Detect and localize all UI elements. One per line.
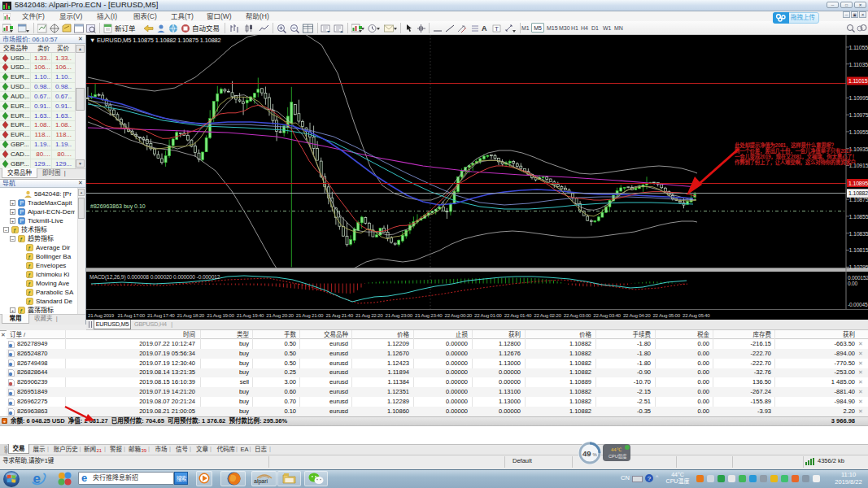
svg-text:21 Aug 23:40: 21 Aug 23:40 [415,312,443,318]
svg-text:1.10875: 1.10875 [849,197,868,203]
svg-text:21 Aug 22:20: 21 Aug 22:20 [355,312,383,318]
svg-text:22 Aug 00:20: 22 Aug 00:20 [445,312,473,318]
svg-text:1.11035: 1.11035 [849,62,868,68]
svg-text:21 Aug 17:00: 21 Aug 17:00 [118,312,146,318]
svg-text:P: P [20,209,24,215]
svg-text:1.10882: 1.10882 [848,190,868,196]
svg-text:P: P [20,218,24,224]
svg-text:21 Aug 19:00: 21 Aug 19:00 [207,312,234,318]
svg-text:21 Aug 19:40: 21 Aug 19:40 [237,312,264,318]
svg-text:1.10815: 1.10815 [849,247,868,253]
svg-text:1.10895: 1.10895 [848,181,868,186]
svg-text:0.000152: 0.000152 [848,275,868,281]
svg-text:-0.000451: -0.000451 [848,302,868,307]
svg-text:22 Aug 03:40: 22 Aug 03:40 [593,312,621,318]
svg-text:22 Aug 05:00: 22 Aug 05:00 [652,312,680,318]
svg-text:1.10975: 1.10975 [849,112,868,118]
svg-text:21 Aug 20:20: 21 Aug 20:20 [266,312,294,318]
svg-text:0.00: 0.00 [848,281,858,286]
svg-text:1.10935: 1.10935 [849,146,868,152]
svg-text:1.11015: 1.11015 [848,78,868,84]
svg-text:21 Aug 18:20: 21 Aug 18:20 [177,312,205,318]
svg-text:21 Aug 23:00: 21 Aug 23:00 [386,312,413,318]
svg-text:21 Aug 17:40: 21 Aug 17:40 [147,312,175,318]
svg-text:CPU温度: CPU温度 [608,453,627,460]
svg-text:1.10795: 1.10795 [849,264,868,270]
svg-text:T: T [495,25,499,33]
svg-text:21 Aug 21:00: 21 Aug 21:00 [296,312,324,318]
svg-text:22 Aug 01:40: 22 Aug 01:40 [504,312,532,318]
svg-text:#826963863 buy 0.10: #826963863 buy 0.10 [90,203,146,210]
svg-text:1.11055: 1.11055 [849,45,868,50]
svg-text:1.10855: 1.10855 [849,214,868,220]
svg-text:1.10995: 1.10995 [849,95,868,101]
svg-text:22 Aug 05:40: 22 Aug 05:40 [683,312,710,318]
svg-text:1.10835: 1.10835 [849,231,868,237]
svg-text:▼ EURUSD,M5 1.10875 1.10882 1: ▼ EURUSD,M5 1.10875 1.10882 1.10875 1.10… [89,37,221,44]
svg-text:22 Aug 01:00: 22 Aug 01:00 [474,312,502,318]
svg-text:%: % [593,452,598,457]
svg-text:作弊到了份上了，让人难受啊，这么对待你的贵宾客户: 作弊到了份上了，让人难受啊，这么对待你的贵宾客户 [735,159,856,166]
svg-text:22 Aug 02:20: 22 Aug 02:20 [534,312,561,318]
svg-text:?: ? [648,475,652,482]
svg-text:MACD(12,26,9) 0.000008 0.00002: MACD(12,26,9) 0.000008 0.000020 0.000000… [89,274,220,281]
svg-text:21 Aug 21:40: 21 Aug 21:40 [325,312,353,318]
svg-text:22 Aug 04:20: 22 Aug 04:20 [623,312,651,318]
svg-text:21 Aug 2019: 21 Aug 2019 [88,312,115,318]
svg-text:P: P [20,200,24,206]
svg-text:49: 49 [582,449,591,458]
svg-text:44℃: 44℃ [611,447,622,452]
svg-text:22 Aug 03:00: 22 Aug 03:00 [564,312,591,318]
svg-text:1.10955: 1.10955 [849,129,868,135]
